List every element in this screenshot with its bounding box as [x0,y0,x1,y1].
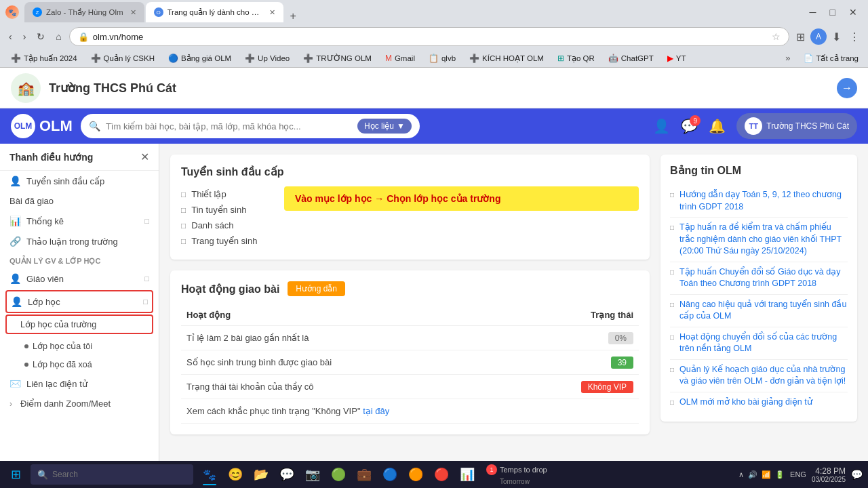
volume-icon[interactable]: 🔊 [748,470,757,479]
sidebar-item-thao-luan[interactable]: 🔗 Thảo luận trong trường [0,231,159,251]
taskbar-app-blue[interactable]: 🔵 [378,462,402,487]
search-input[interactable] [106,121,352,131]
ts-item-danh-sach[interactable]: □ Danh sách [181,218,276,233]
taskbar-app-teams[interactable]: 💼 [352,462,376,487]
taskbar-app-powerpoint[interactable]: 📊 [455,462,479,487]
navigate-right-button[interactable]: → [837,78,857,98]
home-button[interactable]: ⌂ [52,30,64,43]
taskbar-app-smile[interactable]: 😊 [223,462,248,487]
add-tab-button[interactable]: + [285,10,302,22]
reload-button[interactable]: ↻ [33,30,48,43]
menu-icon[interactable]: ⋮ [846,29,863,45]
taskbar-app-green[interactable]: 🟢 [326,462,351,487]
taskbar: ⊞ 🔍 🐾 😊 📂 💬 📷 🟢 💼 🔵 🟠 🔴 📊 1 Temps to dro… [0,461,868,488]
sidebar-section-ql: Quản lý GV & Lớp học [0,251,159,268]
vip-link[interactable]: tại đây [363,406,389,416]
sidebar-item-lien-lac[interactable]: ✉️ Liên lạc điện tử [0,373,159,394]
more-bookmarks[interactable]: » [781,52,794,64]
sidebar-item-thong-ke[interactable]: 📊 Thống kê □ [0,211,159,231]
bookmark-bang-gia[interactable]: 🔵 Bảng giá OLM [163,52,237,64]
user-icon-button[interactable]: 👤 [653,118,670,134]
guide-button[interactable]: Hướng dẫn [288,281,345,296]
search-bar[interactable]: 🔍 Học liệu ▼ [81,114,420,138]
sidebar-item-lop-hoc-cua-truong[interactable]: Lớp học của trường [7,316,152,333]
download-icon[interactable]: ⬇ [829,29,844,45]
news-item-6[interactable]: □ Quản lý Kế hoạch giáo dục của nhà trườ… [670,360,848,392]
taskbar-app-chat[interactable]: 💬 [275,462,299,487]
forward-button[interactable]: › [20,30,30,43]
chevron-up-icon[interactable]: ∧ [738,470,744,479]
url-input[interactable] [93,32,768,42]
bookmark-truong-olm[interactable]: ➕ TRƯỜNG OLM [298,52,377,64]
sidebar: Thanh điều hướng ✕ 👤 Tuyển sinh đầu cấp … [0,144,159,488]
battery-icon[interactable]: 🔋 [775,470,785,479]
taskbar-app-folder[interactable]: 📂 [249,462,273,487]
taskbar-search[interactable]: 🔍 [31,464,193,485]
sidebar-item-diem-danh[interactable]: › Điểm danh Zoom/Meet [0,394,159,413]
minimize-button[interactable]: ─ [804,5,822,19]
bookmark-qlvb[interactable]: 📋 qlvb [423,52,461,64]
search-icon: 🔍 [89,121,100,131]
ts-item-thiet-lap[interactable]: □ Thiết lập [181,186,276,202]
bookmark-kich-hoat[interactable]: ➕ KÍCH HOẠT OLM [464,52,549,64]
user-avatar[interactable]: TT Trường THCS Phú Cát [736,113,857,139]
language-indicator[interactable]: ENG [790,470,806,479]
bookmark-yt[interactable]: ▶ YT [662,52,692,64]
close-tab-olm[interactable]: ✕ [269,8,275,17]
school-logo: 🏫 [11,73,41,103]
back-button[interactable]: ‹ [5,30,16,43]
tab-olm[interactable]: O Trang quản lý dành cho giáo... ✕ [146,2,283,22]
news-item-1[interactable]: □ Hướng dẫn dạy Toán 5, 9, 12 theo chươn… [670,185,848,218]
activity-label-4: Xem cách khắc phục tình trạng "Không VIP… [181,399,534,424]
bookmark-up-video[interactable]: ➕ Up Video [239,52,295,64]
ts-item-trang[interactable]: □ Trang tuyển sinh [181,233,276,249]
content-sidebar: Bảng tin OLM □ Hướng dẫn dạy Toán 5, 9, … [660,155,857,477]
search-type-dropdown[interactable]: Học liệu ▼ [357,119,412,134]
taskbar-app-camera[interactable]: 📷 [300,462,325,487]
news-item-2[interactable]: □ Tập huấn ra đề kiểm tra và chấm phiếu … [670,218,848,262]
messages-icon-button[interactable]: 💬 9 [681,118,698,134]
sidebar-item-giao-vien[interactable]: 👤 Giáo viên □ [0,268,159,289]
news-item-5[interactable]: □ Hoạt động chuyển đổi số của các trường… [670,327,848,360]
close-window-button[interactable]: ✕ [844,5,863,19]
all-pages-button[interactable]: 📄 Tất cả trang [800,52,863,64]
taskbar-time[interactable]: 4:28 PM 03/02/2025 [812,466,846,483]
close-tab-zalo[interactable]: ✕ [130,8,136,17]
news-item-4[interactable]: □ Nâng cao hiệu quả với trang tuyển sinh… [670,295,848,327]
sidebar-item-lop-hoc-cua-toi[interactable]: Lớp học của tôi [0,337,159,355]
start-button[interactable]: ⊞ [5,464,26,485]
news-bullet-6: □ [670,366,674,373]
activity-label-2: Số học sinh trung bình được giao bài [181,350,534,375]
sidebar-item-lop-hoc[interactable]: 👤 Lớp học □ [7,291,152,312]
taskbar-notification[interactable]: 1 Temps to drop Tomorrow [486,464,547,485]
bookmark-tao-qr[interactable]: ⊞ Tạo QR [552,52,600,64]
taskbar-app-red[interactable]: 🔴 [429,462,454,487]
title-bar: 🐾 Z Zalo - Thầy Hùng Olm ✕ O Trang quản … [0,0,868,24]
sidebar-title: Thanh điều hướng [9,152,93,163]
taskbar-app-orange[interactable]: 🟠 [403,462,428,487]
ts-item-tin[interactable]: □ Tin tuyển sinh [181,202,276,218]
address-bar[interactable]: 🔒 ☆ [69,27,789,46]
activity-status-1: 0% [534,326,639,350]
sidebar-item-tuyen-sinh[interactable]: 👤 Tuyển sinh đầu cấp [0,171,159,191]
bookmark-ql-cskh[interactable]: ➕ Quản lý CSKH [85,52,160,64]
tab-zalo[interactable]: Z Zalo - Thầy Hùng Olm ✕ [24,2,144,22]
notification-area-icon[interactable]: 💬 [851,469,863,480]
profile-icon[interactable]: A [810,28,827,45]
bookmark-tap-huan[interactable]: ➕ Tập huấn 2024 [5,52,83,64]
star-icon[interactable]: ☆ [772,31,781,42]
bookmark-gmail[interactable]: M Gmail [380,52,420,64]
sidebar-item-bai-giao[interactable]: Bài đã giao [0,191,159,211]
taskbar-search-input[interactable] [52,470,186,479]
bookmark-chatgpt[interactable]: 🤖 ChatGPT [603,52,659,64]
news-item-7[interactable]: □ OLM mới mở kho bài giảng điện tử [670,392,848,413]
sidebar-item-lop-hoc-da-xoa[interactable]: Lớp học đã xoá [0,355,159,373]
maximize-button[interactable]: □ [825,5,841,19]
news-bullet-7: □ [670,399,674,406]
extensions-icon[interactable]: ⊞ [793,29,808,45]
news-item-3[interactable]: □ Tập huấn Chuyển đổi số Giáo dục và dạy… [670,262,848,295]
taskbar-app-browser[interactable]: 🐾 [197,462,222,487]
network-icon[interactable]: 📶 [762,470,771,479]
sidebar-close-button[interactable]: ✕ [140,150,149,163]
notification-icon-button[interactable]: 🔔 [709,118,726,134]
